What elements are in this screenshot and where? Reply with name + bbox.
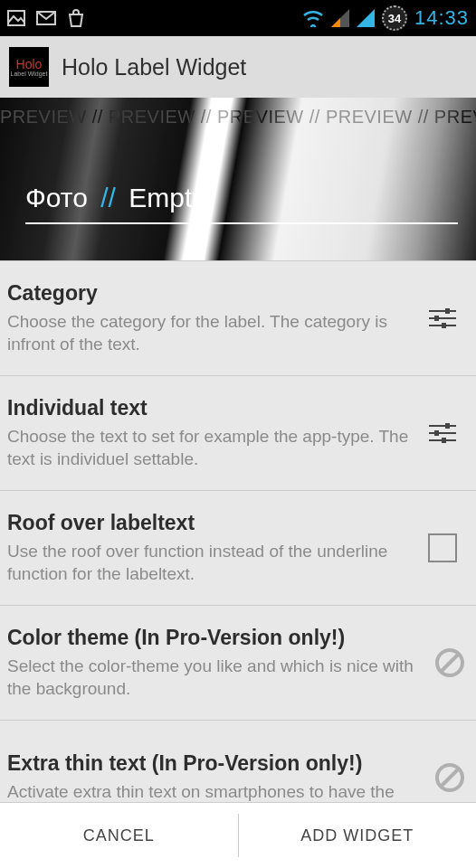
svg-rect-9 (434, 316, 439, 321)
setting-category[interactable]: Category Choose the category for the lab… (0, 260, 476, 376)
signal2-icon (357, 9, 375, 27)
setting-desc: Choose the category for the label. The c… (7, 311, 409, 355)
svg-line-21 (441, 769, 459, 787)
setting-desc: Choose the text to set for example the a… (7, 426, 409, 470)
svg-rect-15 (434, 430, 439, 436)
preview-category: Фото (25, 183, 88, 212)
setting-title: Color theme (In Pro-Version only!) (7, 626, 424, 650)
bottom-bar: CANCEL ADD WIDGET (0, 802, 476, 868)
cancel-button[interactable]: CANCEL (0, 803, 238, 868)
setting-color-theme[interactable]: Color theme (In Pro-Version only!) Selec… (0, 605, 476, 721)
svg-rect-7 (445, 308, 450, 314)
settings-list: Category Choose the category for the lab… (0, 260, 476, 835)
mail-icon (36, 11, 56, 25)
app-title: Holo Label Widget (62, 54, 246, 80)
setting-desc: Use the roof over function instead of th… (7, 541, 409, 585)
sliders-icon[interactable] (420, 421, 465, 445)
battery-badge-icon: 34 (382, 5, 407, 31)
svg-marker-5 (357, 9, 375, 27)
clock: 14:33 (414, 6, 469, 30)
store-icon (67, 9, 85, 27)
setting-individual-text[interactable]: Individual text Choose the text to set f… (0, 375, 476, 491)
preview-label: Фото // Empty (25, 183, 205, 213)
svg-rect-13 (445, 423, 450, 429)
widget-preview: PREVIEW // PREVIEW // PREVIEW // PREVIEW… (0, 98, 476, 260)
gallery-icon (7, 10, 25, 26)
preview-underline (25, 222, 458, 224)
setting-title: Category (7, 281, 409, 306)
setting-title: Extra thin text (In Pro-Version only!) (7, 751, 424, 776)
signal1-icon (331, 9, 349, 27)
add-widget-button[interactable]: ADD WIDGET (239, 803, 477, 868)
wifi-icon (302, 9, 324, 27)
checkbox[interactable] (428, 533, 457, 562)
setting-desc: Activate extra thin text on smartphones … (7, 781, 424, 803)
svg-line-19 (441, 654, 459, 672)
svg-rect-11 (442, 323, 446, 328)
disabled-icon (434, 647, 465, 678)
svg-rect-17 (442, 438, 446, 443)
preview-text: Empty (129, 183, 205, 212)
disabled-icon (434, 762, 465, 793)
setting-roof-over[interactable]: Roof over labeltext Use the roof over fu… (0, 490, 476, 606)
app-icon: Holo Label Widget (9, 47, 49, 87)
setting-desc: Select the color-theme you like and whic… (7, 656, 424, 700)
status-bar: 34 14:33 (0, 0, 476, 36)
svg-marker-4 (331, 18, 340, 27)
sliders-icon[interactable] (420, 307, 465, 330)
app-header: Holo Label Widget Holo Label Widget (0, 36, 476, 98)
svg-marker-2 (70, 14, 82, 26)
setting-title: Roof over labeltext (7, 511, 409, 535)
setting-title: Individual text (7, 396, 409, 420)
preview-watermark: PREVIEW // PREVIEW // PREVIEW // PREVIEW… (0, 107, 476, 127)
preview-separator: // (95, 183, 121, 212)
